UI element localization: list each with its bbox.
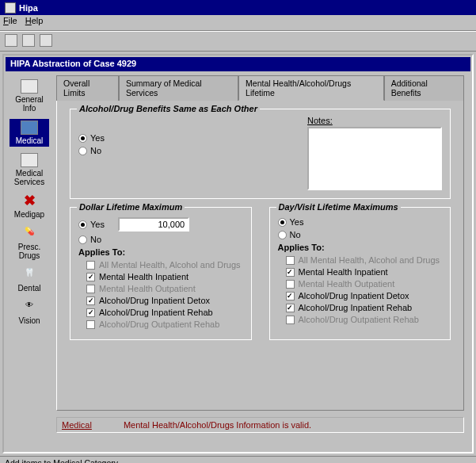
radio-icon	[78, 235, 87, 244]
sidebar-label: General Info	[11, 95, 48, 113]
chk-arehab[interactable]: Alcohol/Drug Inpatient Rehab	[86, 308, 243, 317]
general-icon	[21, 79, 38, 94]
radio-icon	[278, 218, 287, 227]
sidebar-general-info[interactable]: General Info	[10, 78, 49, 114]
sidebar-label: Vision	[18, 316, 40, 325]
dental-icon: 🦷	[21, 268, 38, 282]
chk-label: Alcohol/Drug Outpatient Rehab	[99, 320, 219, 329]
applies-to-label: Applies To:	[78, 247, 243, 257]
group-title: Alcohol/Drug Benefits Same as Each Other	[77, 104, 260, 113]
chk-arehab[interactable]: Alcohol/Drug Inpatient Rehab	[286, 303, 443, 312]
chk-mho[interactable]: Mental Health Outpatient	[86, 284, 243, 293]
same-yes-row[interactable]: Yes	[78, 133, 293, 143]
chk-aout[interactable]: Alcohol/Drug Outpatient Rehab	[86, 320, 243, 329]
radio-label: Yes	[90, 220, 105, 229]
status-category: Medical	[62, 420, 92, 430]
tools-icon[interactable]	[40, 34, 52, 47]
checkbox-icon	[286, 292, 295, 300]
tab-overall-limits[interactable]: Overall Limits	[56, 75, 119, 101]
open-icon[interactable]	[22, 34, 35, 47]
radio-label: Yes	[290, 217, 304, 227]
chk-all[interactable]: All Mental Health, Alcohol and Drugs	[286, 255, 443, 265]
checkbox-icon	[286, 304, 295, 312]
radio-label: Yes	[90, 133, 105, 143]
medical-icon	[21, 121, 38, 135]
chk-aout[interactable]: Alcohol/Drug Outpatient Rehab	[286, 315, 443, 324]
tab-panel: Alcohol/Drug Benefits Same as Each Other…	[56, 100, 464, 411]
dollar-no-row[interactable]: No	[78, 235, 243, 244]
checkbox-icon	[86, 285, 95, 293]
checkbox-icon	[86, 273, 95, 281]
tab-additional-benefits[interactable]: Additional Benefits	[384, 75, 464, 101]
day-no-row[interactable]: No	[278, 230, 443, 239]
chk-label: All Mental Health, Alcohol and Drugs	[99, 260, 241, 270]
chk-adetox[interactable]: Alcohol/Drug Inpatient Detox	[86, 296, 243, 305]
window-title: Hipa	[19, 3, 38, 13]
radio-icon	[78, 220, 87, 229]
tab-mental-health[interactable]: Mental Health/Alcohol/Drugs Lifetime	[238, 75, 384, 101]
checkbox-icon	[86, 320, 95, 329]
same-no-row[interactable]: No	[78, 146, 293, 155]
menu-help[interactable]: Help	[25, 16, 44, 29]
sidebar-presc-drugs[interactable]: 💊Presc. Drugs	[10, 225, 49, 262]
checkbox-icon	[86, 297, 95, 305]
menu-bar: File Help	[0, 15, 476, 31]
day-yes-row[interactable]: Yes	[278, 217, 443, 227]
status-bar: Add items to Medical Category	[0, 456, 476, 463]
tab-summary-medical[interactable]: Summary of Medical Services	[119, 75, 238, 101]
notes-textarea[interactable]	[307, 127, 442, 190]
title-bar: Hipa	[0, 0, 476, 15]
group-dollar-lifetime: Dollar Lifetime Maximum Yes 10,000 No Ap…	[70, 207, 252, 340]
group-title: Dollar Lifetime Maximum	[77, 202, 185, 212]
checkbox-icon	[286, 268, 295, 277]
x-icon: ✖	[21, 194, 38, 209]
sidebar-label: Presc. Drugs	[11, 243, 48, 260]
notes-label: Notes:	[307, 116, 333, 125]
chk-adetox[interactable]: Alcohol/Drug Inpatient Detox	[286, 291, 443, 300]
chk-label: Mental Health Outpatient	[299, 279, 395, 289]
chk-label: No	[290, 230, 301, 239]
tab-strip: Overall Limits Summary of Medical Servic…	[56, 75, 464, 100]
checkbox-icon	[86, 308, 95, 317]
checkbox-icon	[86, 261, 95, 270]
sidebar-medigap[interactable]: ✖Medigap	[10, 193, 49, 220]
chk-label: All Mental Health, Alcohol and Drugs	[299, 255, 440, 265]
chk-mhi[interactable]: Mental Health Inpatient	[286, 267, 443, 277]
sidebar-vision[interactable]: 👁Vision	[10, 299, 49, 327]
menu-file[interactable]: File	[3, 16, 17, 29]
dollar-yes-row[interactable]: Yes 10,000	[78, 217, 243, 232]
sidebar-label: Medigap	[14, 210, 44, 219]
sidebar-medical[interactable]: Medical	[10, 119, 49, 147]
chk-label: Alcohol/Drug Inpatient Rehab	[299, 303, 413, 312]
chk-label: Mental Health Inpatient	[299, 267, 388, 277]
save-icon[interactable]	[5, 34, 17, 47]
radio-icon	[278, 231, 287, 239]
checkbox-icon	[286, 316, 295, 324]
chk-mho[interactable]: Mental Health Outpatient	[286, 279, 443, 289]
panel-title: HIPA Abstraction of Case 4929	[6, 57, 470, 71]
vision-icon: 👁	[21, 300, 38, 315]
sidebar-medical-services[interactable]: Medical Services	[10, 151, 49, 188]
dollar-value-input[interactable]: 10,000	[118, 217, 189, 232]
chk-all[interactable]: All Mental Health, Alcohol and Drugs	[86, 260, 243, 270]
checkbox-icon	[286, 280, 295, 289]
chk-label: Mental Health Outpatient	[99, 284, 196, 293]
toolbar	[0, 31, 476, 52]
radio-icon	[78, 147, 87, 155]
chk-label: Alcohol/Drug Inpatient Detox	[99, 296, 210, 305]
drugs-icon: 💊	[21, 227, 38, 241]
chk-label: Alcohol/Drug Inpatient Rehab	[99, 308, 213, 317]
radio-label: No	[90, 235, 101, 244]
chk-mhi[interactable]: Mental Health Inpatient	[86, 272, 243, 281]
status-message: Mental Health/Alcohol/Drugs Information …	[124, 420, 311, 430]
chk-label: Alcohol/Drug Outpatient Rehab	[299, 315, 419, 324]
sidebar: General Info Medical Medical Services ✖M…	[6, 71, 53, 450]
radio-label: No	[90, 146, 101, 155]
sidebar-dental[interactable]: 🦷Dental	[10, 266, 49, 294]
checkbox-icon	[286, 256, 295, 265]
group-day-visit: Day/Visit Lifetime Maximums Yes No Appli…	[269, 207, 451, 340]
medical-services-icon	[21, 153, 38, 167]
sidebar-label: Medical Services	[11, 169, 48, 186]
app-icon	[5, 2, 16, 13]
radio-icon	[78, 134, 87, 143]
